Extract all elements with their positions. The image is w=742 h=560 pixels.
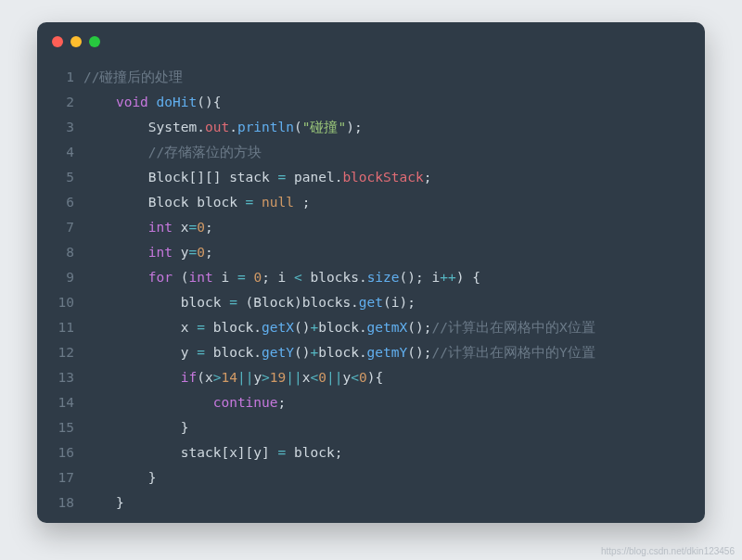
token-punct: } <box>116 495 124 510</box>
token-ident: block <box>205 320 253 335</box>
line-number: 15 <box>37 415 83 440</box>
line-number: 17 <box>37 465 83 490</box>
token-punct: (x <box>197 370 212 385</box>
token-ident: block <box>205 345 253 360</box>
line-number: 6 <box>37 190 83 215</box>
token-punct <box>253 195 262 210</box>
token-method: getX <box>262 320 294 335</box>
token-punct: ; i <box>262 270 294 285</box>
minimize-dot-icon[interactable] <box>70 36 82 47</box>
token-ident: block <box>181 295 229 310</box>
code-line: 2 void doHit(){ <box>37 90 705 115</box>
token-ident: Block block <box>148 195 246 210</box>
line-number: 9 <box>37 265 83 290</box>
token-punct: (); <box>407 345 431 360</box>
token-comment: //碰撞后的处理 <box>83 70 183 84</box>
token-punct: ( <box>173 270 188 285</box>
token-ident: System <box>148 120 197 134</box>
token-ident: y <box>253 370 262 385</box>
token-punct: . <box>359 270 367 285</box>
code-line: 11 x = block.getX()+block.getmX();//计算出在… <box>37 315 705 340</box>
code-content: void doHit(){ <box>83 90 221 115</box>
code-content: } <box>83 415 189 440</box>
token-ident: y <box>173 245 188 260</box>
token-punct: ; <box>424 170 432 185</box>
token-op: || <box>286 370 301 385</box>
code-line: 6 Block block = null ; <box>37 190 705 215</box>
maximize-dot-icon[interactable] <box>89 36 100 47</box>
token-method: getY <box>262 345 294 360</box>
token-keyword: int <box>148 245 173 260</box>
token-punct: . <box>229 120 237 134</box>
token-punct: (); <box>407 320 431 335</box>
token-punct: . <box>197 120 205 134</box>
token-const: null <box>262 195 294 210</box>
line-number: 14 <box>37 390 83 415</box>
token-keyword: int <box>189 270 213 285</box>
token-op: < <box>294 270 302 285</box>
code-content: y = block.getY()+block.getmY();//计算出在网格中… <box>83 340 595 365</box>
code-line: 8 int y=0; <box>37 240 705 265</box>
token-member: out <box>205 120 229 134</box>
token-punct: . <box>359 320 367 335</box>
token-ident: x <box>302 370 311 385</box>
token-ident: block <box>318 345 359 360</box>
code-line: 1//碰撞后的处理 <box>37 65 705 90</box>
code-content: //存储落位的方块 <box>83 140 262 165</box>
code-line: 15 } <box>37 415 705 440</box>
line-number: 7 <box>37 215 83 240</box>
token-op: = <box>278 170 287 185</box>
code-content: x = block.getX()+block.getmX();//计算出在网格中… <box>83 315 595 340</box>
code-content: block = (Block)blocks.get(i); <box>83 290 416 315</box>
token-number: 0 <box>253 270 262 285</box>
token-number: 0 <box>359 370 367 385</box>
token-punct: (); i <box>400 270 441 285</box>
token-op: = <box>197 345 205 360</box>
token-punct: block; <box>286 445 342 460</box>
token-op: = <box>197 320 205 335</box>
token-ident: (Block)blocks <box>237 295 351 310</box>
token-punct: ); <box>346 120 362 134</box>
close-dot-icon[interactable] <box>52 36 63 47</box>
token-keyword: int <box>148 220 173 235</box>
token-keyword: if <box>181 370 197 385</box>
watermark-text: https://blog.csdn.net/dkin123456 <box>601 546 735 556</box>
token-punct: ( <box>294 120 302 134</box>
token-ident: panel <box>286 170 334 185</box>
token-punct <box>148 95 157 109</box>
token-number: 0 <box>197 220 205 235</box>
token-punct: } <box>148 470 157 485</box>
code-content: Block[][] stack = panel.blockStack; <box>83 165 431 190</box>
token-punct: ; <box>205 245 213 260</box>
line-number: 2 <box>37 90 83 115</box>
token-number: 19 <box>270 370 286 385</box>
code-line: 16 stack[x][y] = block; <box>37 440 705 465</box>
code-content: } <box>83 490 124 515</box>
code-line: 10 block = (Block)blocks.get(i); <box>37 290 705 315</box>
line-number: 11 <box>37 315 83 340</box>
token-ident: i <box>213 270 237 285</box>
token-ident: block <box>318 320 359 335</box>
code-content: if(x>14||y>19||x<0||y<0){ <box>83 365 383 390</box>
token-method: doHit <box>157 95 198 109</box>
code-content: Block block = null ; <box>83 190 310 215</box>
token-punct: ; <box>205 220 213 235</box>
token-keyword: for <box>148 270 173 285</box>
token-ident: Block[][] stack <box>148 170 278 185</box>
code-content: int y=0; <box>83 240 213 265</box>
token-comment: //计算出在网格中的Y位置 <box>431 345 595 360</box>
token-ident: blocks <box>302 270 359 285</box>
code-content: for (int i = 0; i < blocks.size(); i++) … <box>83 265 480 290</box>
token-number: 0 <box>318 370 326 385</box>
token-string: "碰撞" <box>302 120 346 134</box>
token-op: || <box>326 370 342 385</box>
token-method: getmX <box>367 320 408 335</box>
token-punct: ; <box>294 195 310 210</box>
token-op: = <box>237 270 246 285</box>
line-number: 1 <box>37 65 83 90</box>
token-comment: //计算出在网格中的X位置 <box>431 320 595 335</box>
token-punct: } <box>181 420 189 435</box>
code-window: 1//碰撞后的处理2 void doHit(){3 System.out.pri… <box>37 22 705 523</box>
token-punct: . <box>253 320 262 335</box>
line-number: 10 <box>37 290 83 315</box>
